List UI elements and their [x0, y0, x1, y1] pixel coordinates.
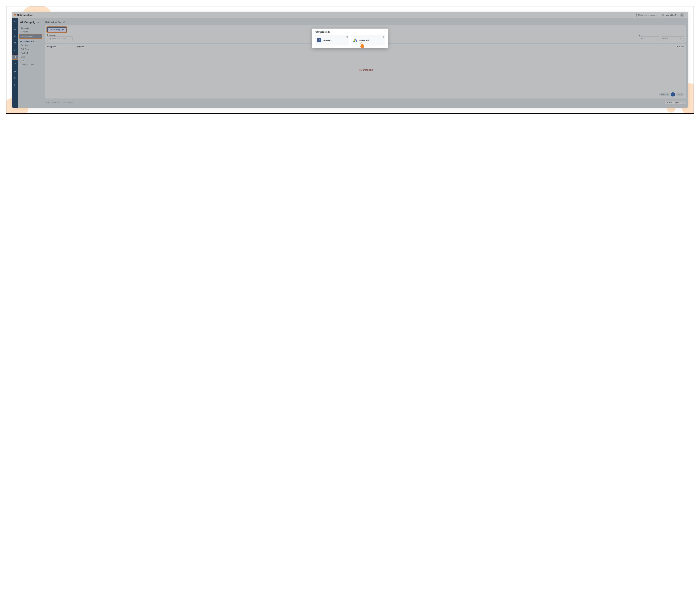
- svg-line-39: [360, 43, 361, 44]
- modal-options: ? f Facebook ? Google Ads: [315, 35, 385, 45]
- close-icon[interactable]: ✕: [384, 30, 386, 33]
- help-icon[interactable]: ?: [346, 36, 348, 38]
- svg-line-40: [362, 43, 363, 44]
- option-facebook[interactable]: ? f Facebook: [315, 35, 349, 45]
- modal-title: Retargeting Ads: [315, 31, 385, 33]
- pointer-hand-icon: [359, 42, 365, 48]
- svg-point-37: [353, 41, 355, 42]
- page-frame: NotifyVisitors Explore demo account ▼ Ne…: [5, 5, 695, 114]
- retargeting-ads-modal: Retargeting Ads ✕ ? f Facebook ?: [312, 29, 388, 48]
- google-ads-icon: [353, 38, 358, 42]
- option-google-ads-label: Google Ads: [359, 39, 369, 41]
- option-facebook-label: Facebook: [323, 39, 332, 41]
- app-window: NotifyVisitors Explore demo account ▼ Ne…: [12, 12, 688, 108]
- option-google-ads[interactable]: ? Google Ads: [351, 35, 385, 45]
- help-icon[interactable]: ?: [382, 36, 384, 38]
- facebook-icon: f: [317, 38, 321, 42]
- modal-overlay[interactable]: [12, 12, 688, 108]
